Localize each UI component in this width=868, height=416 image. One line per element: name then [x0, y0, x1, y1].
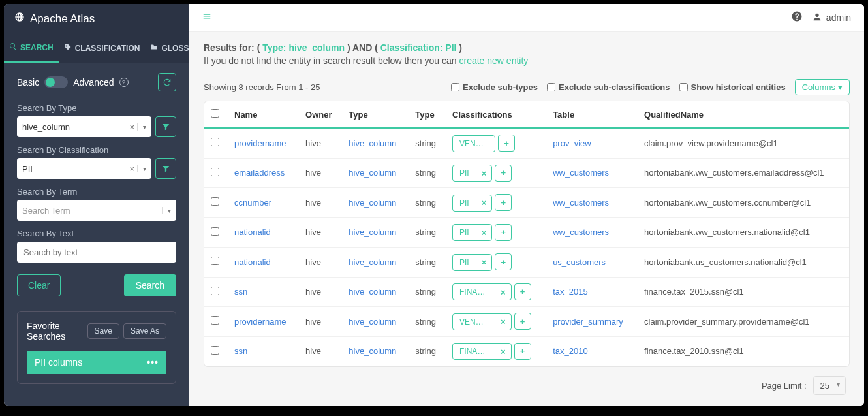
classification-tag[interactable]: FINANCE…× [452, 283, 512, 300]
add-tag-button[interactable]: + [514, 283, 531, 300]
user-label: admin [826, 12, 851, 23]
remove-tag-icon[interactable]: × [495, 317, 511, 327]
help-icon[interactable] [791, 10, 803, 25]
row-check[interactable] [211, 257, 219, 265]
remove-tag-icon[interactable]: × [476, 198, 492, 208]
close-icon[interactable]: × [129, 164, 134, 174]
row-check[interactable] [211, 168, 219, 176]
col-table[interactable]: Table [546, 101, 638, 128]
name-link[interactable]: ssn [234, 287, 247, 296]
name-link[interactable]: nationalid [234, 227, 271, 237]
cell-qualified-name: finance.tax_2010.ssn@cl1 [638, 336, 849, 366]
classification-tag[interactable]: PII× [452, 254, 492, 271]
classification-tag[interactable]: VENDOR…× [452, 313, 512, 330]
add-tag-button[interactable]: + [514, 313, 531, 330]
table-link[interactable]: tax_2015 [553, 287, 588, 296]
row-check[interactable] [211, 346, 219, 355]
col-type2[interactable]: Type [409, 101, 446, 128]
globe-icon [14, 12, 25, 25]
table-link[interactable]: ww_customers [553, 168, 609, 178]
type-link[interactable]: hive_column [349, 346, 396, 356]
table-link[interactable]: us_customers [553, 257, 606, 267]
classification-tag[interactable]: VENDOR_PII [452, 135, 495, 152]
name-link[interactable]: ccnumber [234, 198, 271, 208]
save-as-button[interactable]: Save As [123, 323, 166, 339]
type-link[interactable]: hive_column [349, 168, 396, 178]
exclude-subtypes-check[interactable]: Exclude sub-types [451, 82, 538, 92]
close-icon[interactable]: × [129, 122, 134, 132]
classification-tag[interactable]: PII× [452, 195, 492, 212]
type-link[interactable]: hive_column [349, 317, 396, 327]
cell-qualified-name: hortoniabank.us_customers.nationalid@cl1 [638, 248, 849, 278]
col-owner[interactable]: Owner [299, 101, 342, 128]
clear-button[interactable]: Clear [17, 274, 61, 296]
topbar: admin [189, 4, 864, 32]
text-search-input[interactable] [17, 242, 176, 263]
add-tag-button[interactable]: + [498, 135, 515, 152]
add-tag-button[interactable]: + [495, 165, 512, 182]
remove-tag-icon[interactable]: × [476, 257, 492, 267]
save-button[interactable]: Save [87, 323, 119, 339]
row-check[interactable] [211, 316, 219, 325]
user-menu[interactable]: admin [812, 12, 851, 24]
add-tag-button[interactable]: + [514, 343, 531, 360]
type-link[interactable]: hive_column [349, 198, 396, 208]
name-link[interactable]: providername [234, 138, 287, 148]
type-link[interactable]: hive_column [349, 138, 396, 148]
name-link[interactable]: nationalid [234, 257, 271, 267]
classification-tag[interactable]: FINANCE…× [452, 343, 512, 360]
favorite-item[interactable]: PII columns ••• [27, 351, 166, 374]
remove-tag-icon[interactable]: × [495, 347, 511, 357]
classification-tag[interactable]: PII× [452, 224, 492, 241]
row-check[interactable] [211, 227, 219, 236]
classification-tag[interactable]: PII× [452, 165, 492, 182]
refresh-button[interactable] [158, 73, 176, 91]
classification-select[interactable]: PII × ▾ [17, 158, 151, 179]
help-icon[interactable]: ? [119, 78, 129, 87]
mode-toggle[interactable] [44, 76, 68, 88]
mode-advanced-label: Advanced [73, 77, 114, 88]
type-select[interactable]: hive_column × ▾ [17, 116, 151, 137]
col-qualified-name[interactable]: QualifiedName [638, 101, 849, 128]
table-link[interactable]: provider_summary [553, 317, 623, 327]
select-all-check[interactable] [211, 109, 219, 118]
cell-type2: string [409, 158, 446, 188]
menu-icon[interactable] [202, 12, 211, 24]
name-link[interactable]: providername [234, 317, 287, 327]
table-link[interactable]: prov_view [553, 138, 591, 148]
exclude-subclass-check[interactable]: Exclude sub-classifications [547, 82, 670, 92]
columns-button[interactable]: Columns▾ [795, 79, 850, 95]
name-link[interactable]: emailaddress [234, 168, 285, 178]
type-filter-button[interactable] [155, 116, 176, 137]
type-link[interactable]: hive_column [349, 257, 396, 267]
type-link[interactable]: hive_column [349, 227, 396, 237]
table-link[interactable]: ww_customers [553, 227, 609, 237]
table-link[interactable]: tax_2010 [553, 346, 588, 356]
row-check[interactable] [211, 197, 219, 206]
add-tag-button[interactable]: + [495, 224, 512, 241]
remove-tag-icon[interactable]: × [476, 168, 492, 178]
type-link[interactable]: hive_column [349, 287, 396, 296]
type-value: hive_column [22, 122, 129, 132]
row-check[interactable] [211, 138, 219, 146]
search-button[interactable]: Search [124, 274, 176, 296]
col-type1[interactable]: Type [342, 101, 409, 128]
show-historical-check[interactable]: Show historical entities [679, 82, 786, 92]
remove-tag-icon[interactable]: × [476, 228, 492, 238]
classification-filter-button[interactable] [155, 158, 176, 179]
create-entity-link[interactable]: create new entity [459, 56, 528, 66]
col-name[interactable]: Name [228, 101, 299, 128]
user-icon [812, 12, 822, 24]
add-tag-button[interactable]: + [495, 253, 512, 270]
more-icon[interactable]: ••• [147, 357, 159, 368]
col-classifications[interactable]: Classifications [446, 101, 546, 128]
remove-tag-icon[interactable]: × [495, 287, 511, 297]
tab-classification[interactable]: CLASSIFICATION [59, 33, 146, 63]
tab-search[interactable]: SEARCH [4, 33, 59, 63]
add-tag-button[interactable]: + [495, 194, 512, 211]
page-limit-select[interactable]: 25 [813, 376, 846, 395]
row-check[interactable] [211, 287, 219, 295]
name-link[interactable]: ssn [234, 346, 247, 356]
table-link[interactable]: ww_customers [553, 198, 609, 208]
term-select[interactable]: Search Term ▾ [17, 200, 176, 221]
